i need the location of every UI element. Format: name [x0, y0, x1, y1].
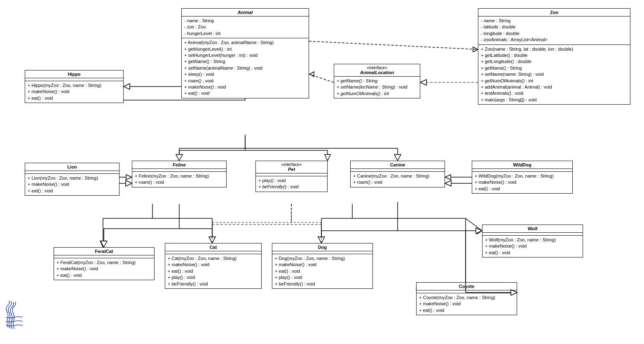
class-animallocation-methods: + getName() : String + setName(locName :…: [334, 77, 420, 98]
class-pet-methods: + play() : void + beFriendly() : void: [256, 176, 327, 192]
class-feralcat-methods: + FeralCat(myZoo : Zoo, name : String) +…: [54, 258, 154, 280]
class-animallocation: «interface» AnimalLocation + getName() :…: [334, 64, 420, 98]
svg-marker-3: [310, 72, 314, 77]
class-wolf: Wolf + Wolf(myZoo : Zoo, name : String) …: [482, 225, 583, 257]
svg-marker-41: [176, 154, 183, 161]
svg-marker-43: [394, 154, 401, 161]
svg-line-0: [309, 41, 478, 49]
class-hippo: Hippo + Hippo(myZoo : Zoo, name : String…: [25, 70, 124, 103]
svg-marker-17: [445, 175, 451, 180]
class-canine-methods: + Canine(myZoo : Zoo, name : String) + r…: [351, 172, 445, 187]
class-pet-empty: [256, 173, 327, 176]
class-coyote: Coyote + Coyote(myZoo : Zoo, name : Stri…: [416, 282, 517, 315]
diagram-container: Animal - name : String - zoo : Zoo - hun…: [0, 0, 644, 344]
class-feline-title: Feline: [132, 161, 226, 169]
class-pet-title: «interface» Pet: [256, 161, 327, 173]
class-lion-methods: + Lion(myZoo : Zoo, name : String) + mak…: [25, 174, 119, 195]
class-animallocation-title: «interface» AnimalLocation: [334, 64, 420, 77]
class-hippo-title: Hippo: [25, 70, 123, 78]
svg-marker-23: [209, 237, 215, 243]
class-feline-empty: [132, 169, 226, 172]
class-wolf-title: Wolf: [482, 225, 583, 233]
class-zoo-methods: + Zoo(name : String, lat : double, lon :…: [478, 45, 630, 105]
class-pet: «interface» Pet + play() : void + beFrie…: [255, 161, 328, 192]
svg-marker-53: [101, 241, 107, 247]
svg-marker-1: [473, 47, 478, 52]
class-wilddog-empty: [472, 169, 572, 172]
class-animal-title: Animal: [182, 9, 309, 16]
class-animal: Animal - name : String - zoo : Zoo - hun…: [181, 8, 309, 98]
svg-marker-70: [420, 80, 426, 85]
svg-marker-30: [476, 229, 482, 234]
class-zoo-fields: - name : String - latitude : double - lo…: [478, 16, 630, 45]
class-dog: Dog + Dog(myZoo : Zoo, name : String) + …: [272, 243, 373, 289]
class-feralcat-empty: [54, 255, 154, 258]
class-zoo-title: Zoo: [478, 9, 630, 16]
class-canine-title: Canine: [351, 161, 445, 169]
class-lion: Lion + Lion(myZoo : Zoo, name : String) …: [25, 163, 119, 196]
class-coyote-empty: [417, 290, 517, 293]
svg-marker-61: [476, 228, 482, 234]
svg-marker-13: [325, 154, 330, 161]
class-wilddog-title: WildDog: [472, 161, 572, 169]
svg-line-2: [309, 74, 334, 82]
svg-marker-21: [100, 241, 106, 247]
class-wolf-methods: + Wolf(myZoo : Zoo, name : String) + mak…: [482, 236, 583, 257]
class-animal-fields: - name : String - zoo : Zoo - hungerLeve…: [182, 16, 309, 38]
class-coyote-title: Coyote: [417, 283, 517, 290]
svg-marker-49: [445, 180, 451, 186]
class-coyote-methods: + Coyote(myZoo : Zoo, name : String) + m…: [417, 293, 517, 315]
class-feline-methods: + Feline(myZoo : Zoo, name : String) + r…: [132, 172, 226, 187]
svg-marker-47: [126, 180, 132, 186]
class-canine-empty: [351, 169, 445, 172]
class-wilddog-methods: + WildDog(myZoo : Zoo, name : String) + …: [472, 172, 572, 193]
class-wolf-empty: [482, 233, 583, 236]
class-lion-title: Lion: [25, 163, 119, 171]
svg-marker-59: [318, 237, 325, 243]
class-lion-empty: [25, 171, 119, 174]
class-dog-title: Dog: [272, 243, 372, 251]
svg-marker-27: [318, 237, 324, 243]
svg-marker-15: [126, 175, 132, 180]
class-hippo-empty: [25, 78, 123, 81]
class-zoo: Zoo - name : String - latitude : double …: [478, 8, 630, 105]
class-cat-empty: [165, 251, 261, 254]
blue-scribble: [4, 299, 29, 332]
svg-line-29: [466, 218, 482, 231]
class-feralcat-title: FeralCat: [54, 248, 154, 255]
class-dog-methods: + Dog(myZoo : Zoo, name : String) + make…: [272, 254, 372, 288]
class-cat-title: Cat: [165, 243, 261, 251]
class-dog-empty: [272, 251, 372, 254]
class-feralcat: FeralCat + FeralCat(myZoo : Zoo, name : …: [54, 247, 155, 280]
class-cat: Cat + Cat(myZoo : Zoo, name : String) + …: [165, 243, 262, 289]
class-wilddog: WildDog + WildDog(myZoo : Zoo, name : St…: [472, 161, 573, 194]
class-feline: Feline + Feline(myZoo : Zoo, name : Stri…: [132, 161, 227, 187]
class-canine: Canine + Canine(myZoo : Zoo, name : Stri…: [350, 161, 445, 187]
svg-marker-55: [209, 237, 215, 243]
class-hippo-methods: + Hippo(myZoo : Zoo, name : String) + ma…: [25, 81, 123, 103]
svg-marker-45: [124, 84, 130, 89]
class-cat-methods: + Cat(myZoo : Zoo, name : String) + make…: [165, 254, 261, 288]
class-animal-methods: + Animal(myZoo : Zoo, animalName : Strin…: [182, 38, 309, 98]
